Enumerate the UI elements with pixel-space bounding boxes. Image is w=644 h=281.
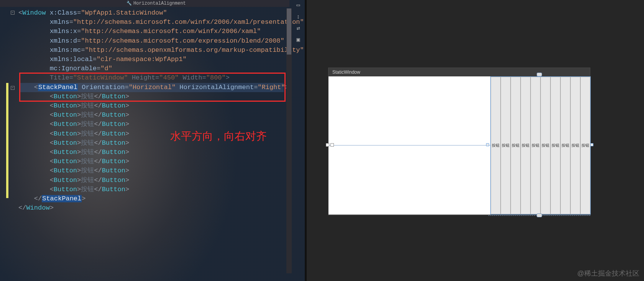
fold-toggle-icon[interactable]: − bbox=[11, 86, 15, 90]
designer-button[interactable]: 按钮 bbox=[560, 77, 570, 214]
designer-window-client[interactable]: 按钮按钮按钮按钮按钮按钮按钮按钮按钮按钮 bbox=[329, 76, 591, 215]
margin-marker bbox=[330, 143, 334, 147]
resize-grip-bottom[interactable] bbox=[537, 213, 542, 217]
designer-button[interactable]: 按钮 bbox=[580, 77, 590, 214]
expand-pane-icon[interactable]: ▭ bbox=[295, 2, 302, 9]
properties-icon[interactable]: ▣ bbox=[295, 37, 302, 44]
designer-button[interactable]: 按钮 bbox=[501, 77, 511, 214]
resize-grip-top[interactable] bbox=[537, 73, 542, 76]
split-horizontal-icon[interactable]: ↕ bbox=[295, 14, 302, 21]
designer-button[interactable]: 按钮 bbox=[531, 77, 540, 214]
scrollbar-thumb[interactable] bbox=[287, 8, 291, 55]
designer-button[interactable]: 按钮 bbox=[540, 77, 550, 214]
designer-window-title: StaticWindow bbox=[329, 68, 590, 76]
margin-marker bbox=[326, 143, 329, 147]
designer-button[interactable]: 按钮 bbox=[511, 77, 521, 214]
vertical-scrollbar[interactable] bbox=[286, 8, 292, 273]
designer-stackpanel[interactable]: 按钮按钮按钮按钮按钮按钮按钮按钮按钮按钮 bbox=[490, 76, 591, 215]
navigation-bar[interactable]: 🔧 HorizontalAlignment bbox=[0, 0, 289, 7]
code-editor[interactable]: <Window x:Class="WpfApp1.StaticWindow" x… bbox=[18, 8, 304, 213]
wrench-icon: 🔧 bbox=[127, 0, 132, 7]
designer-button[interactable]: 按钮 bbox=[550, 77, 560, 214]
designer-button[interactable]: 按钮 bbox=[491, 77, 501, 214]
designer-button[interactable]: 按钮 bbox=[570, 77, 580, 214]
resize-handle-left[interactable] bbox=[486, 143, 489, 146]
swap-panes-icon[interactable]: ⇄ bbox=[295, 25, 302, 32]
designer-button[interactable]: 按钮 bbox=[521, 77, 531, 214]
watermark: @稀土掘金技术社区 bbox=[577, 269, 639, 278]
resize-handle-right[interactable] bbox=[590, 143, 593, 146]
breadcrumb-label: HorizontalAlignment bbox=[133, 0, 186, 7]
fold-toggle-icon[interactable]: − bbox=[11, 11, 15, 15]
designer-window-frame[interactable]: StaticWindow 按钮按钮按钮按钮按钮按钮按钮按钮按钮按钮 bbox=[328, 68, 590, 215]
